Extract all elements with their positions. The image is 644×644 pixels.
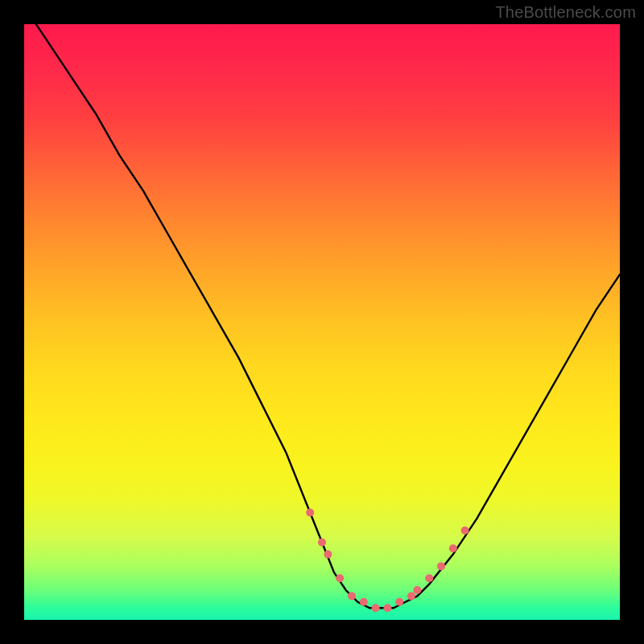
- marker-point: [395, 598, 403, 606]
- marker-point: [336, 574, 344, 582]
- marker-point: [437, 562, 445, 570]
- marker-point: [413, 586, 421, 594]
- watermark-text: TheBottleneck.com: [495, 3, 636, 22]
- marker-point: [383, 604, 391, 612]
- bottleneck-curve: [24, 24, 620, 608]
- marker-point: [372, 604, 380, 612]
- chart-svg: [24, 24, 620, 620]
- marker-point: [306, 509, 314, 517]
- marker-layer: [306, 509, 469, 612]
- plot-area: [24, 24, 620, 620]
- marker-point: [407, 592, 415, 600]
- marker-point: [348, 592, 356, 600]
- marker-point: [425, 574, 433, 582]
- chart-frame: TheBottleneck.com: [0, 0, 644, 644]
- marker-point: [449, 544, 457, 552]
- marker-point: [324, 551, 332, 559]
- marker-point: [318, 539, 326, 547]
- marker-point: [461, 526, 469, 535]
- marker-point: [360, 598, 368, 606]
- curve-layer: [24, 24, 620, 608]
